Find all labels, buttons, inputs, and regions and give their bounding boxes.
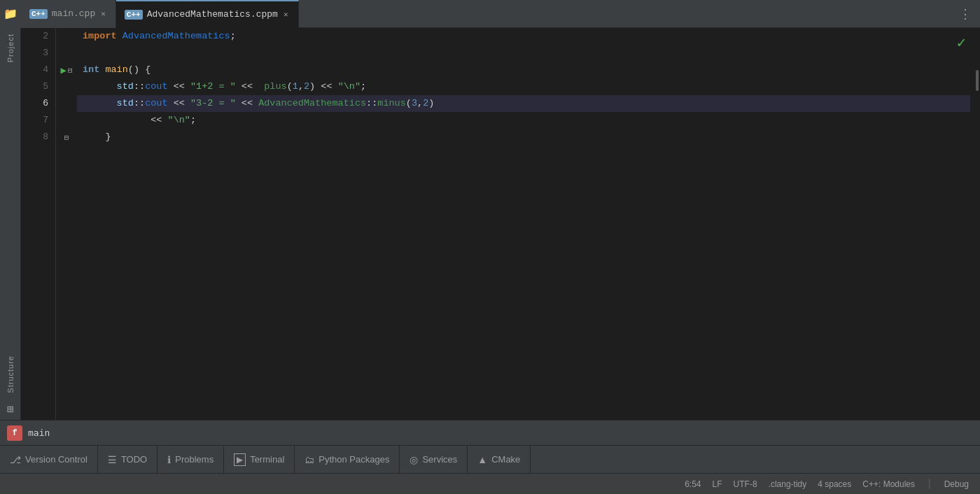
run-button[interactable]: ▶ <box>60 64 66 76</box>
gutter-2 <box>56 28 77 45</box>
tab-label-main-cpp: main.cpp <box>52 8 95 19</box>
status-bar: 6:54 LF UTF-8 .clang-tidy 4 spaces C++: … <box>0 473 980 494</box>
line-num-7: 7 <box>21 112 48 129</box>
line-num-4: 4 <box>21 62 48 78</box>
code-line-7: << "\n" ; <box>77 112 970 129</box>
function-icon: f <box>7 425 22 441</box>
code-line-2: import AdvancedMathematics ; <box>77 28 970 45</box>
gutter-5 <box>56 78 77 95</box>
line-num-2: 2 <box>21 28 48 45</box>
code-line-6: std :: cout << "3-2 = " << AdvancedMathe… <box>77 95 970 112</box>
advanced-math-namespace: AdvancedMathematics <box>258 95 366 112</box>
tab-cpp-icon-1: C++ <box>29 9 48 19</box>
code-line-4: int main () { <box>77 62 970 78</box>
num-3: 3 <box>412 95 417 112</box>
python-packages-icon: 🗂 <box>304 454 314 465</box>
keyword-int: int <box>83 62 99 78</box>
services-label: Services <box>422 454 457 465</box>
fn-minus: minus <box>377 95 406 112</box>
status-line-ending[interactable]: LF <box>713 479 722 489</box>
gutter-7 <box>56 112 77 129</box>
tab-cpp-icon-2: C++ <box>125 10 143 20</box>
num-2b: 2 <box>423 95 428 112</box>
version-control-icon: ⎇ <box>10 454 21 465</box>
code-line-8: } <box>77 129 970 146</box>
cmake-label: CMake <box>491 454 520 465</box>
status-language[interactable]: C++: Modules <box>862 479 915 489</box>
std-namespace-1: std <box>117 78 134 95</box>
editor-gutter: ▶ ⊟ ⊟ <box>56 28 77 420</box>
string-3minus2: "3-2 = " <box>190 95 236 112</box>
function-bar: f main <box>0 420 980 445</box>
todo-label: TODO <box>121 454 147 465</box>
problems-icon: ℹ <box>167 454 171 465</box>
version-control-label: Version Control <box>25 454 88 465</box>
todo-icon: ☰ <box>108 454 117 465</box>
fold-button-8[interactable]: ⊟ <box>64 133 69 142</box>
editor-scrollbar[interactable] <box>970 28 980 420</box>
module-name: AdvancedMathematics <box>122 28 230 45</box>
code-line-3 <box>77 45 970 62</box>
line-num-3: 3 <box>21 45 48 62</box>
line-num-8: 8 <box>21 129 48 146</box>
status-build[interactable]: Debug <box>944 479 969 489</box>
tab-close-main-cpp[interactable]: ✕ <box>99 8 107 20</box>
tab-advanced-math[interactable]: C++ AdvancedMathematics.cppm ✕ <box>116 0 299 28</box>
tab-label-advanced-math: AdvancedMathematics.cppm <box>147 9 278 20</box>
cout-2: cout <box>145 95 167 112</box>
status-position[interactable]: 6:54 <box>685 479 701 489</box>
left-sidebar: Project Structure ⊞ <box>0 28 21 420</box>
toolbar-terminal[interactable]: ▶ Terminal <box>224 446 295 474</box>
terminal-icon: ▶ <box>234 453 246 466</box>
gutter-3 <box>56 45 77 62</box>
tab-close-advanced-math[interactable]: ✕ <box>282 8 290 20</box>
tab-menu-button[interactable]: ⋮ <box>951 6 980 22</box>
cmake-icon: ▲ <box>477 454 487 465</box>
closing-brace: } <box>105 129 111 146</box>
tab-bar: 📁 C++ main.cpp ✕ C++ AdvancedMathematics… <box>0 0 980 28</box>
validation-checkmark: ✓ <box>957 34 966 52</box>
sidebar-grid-icon[interactable]: ⊞ <box>7 402 14 416</box>
toolbar-python-packages[interactable]: 🗂 Python Packages <box>295 446 400 474</box>
terminal-label: Terminal <box>250 454 284 465</box>
line-num-5: 5 <box>21 78 48 95</box>
num-2a: 2 <box>304 78 309 95</box>
left-sidebar-top-icon: 📁 <box>0 0 21 28</box>
cout-1: cout <box>145 78 167 95</box>
gutter-4[interactable]: ▶ ⊟ <box>56 62 77 78</box>
main-area: Project Structure ⊞ 2 3 4 5 6 7 8 ▶ ⊟ <box>0 28 980 420</box>
string-1plus2: "1+2 = " <box>190 78 236 95</box>
scrollbar-thumb[interactable] <box>976 70 979 91</box>
status-encoding[interactable]: UTF-8 <box>734 479 757 489</box>
line-numbers: 2 3 4 5 6 7 8 <box>21 28 56 420</box>
sidebar-label-structure[interactable]: Structure <box>6 350 15 399</box>
string-newline-2: "\n" <box>168 112 190 129</box>
tab-main-cpp[interactable]: C++ main.cpp ✕ <box>21 0 116 28</box>
toolbar-todo[interactable]: ☰ TODO <box>98 446 158 474</box>
toolbar-problems[interactable]: ℹ Problems <box>158 446 224 474</box>
status-separator: | <box>926 478 933 491</box>
string-newline-1: "\n" <box>338 78 360 95</box>
std-namespace-2: std <box>117 95 134 112</box>
line-num-6: 6 <box>21 95 48 112</box>
status-linter[interactable]: .clang-tidy <box>769 479 807 489</box>
code-line-5: std :: cout << "1+2 = " << plus ( 1 , 2 … <box>77 78 970 95</box>
code-content[interactable]: import AdvancedMathematics ; int main ()… <box>77 28 970 420</box>
problems-label: Problems <box>175 454 214 465</box>
folder-icon: 📁 <box>4 7 18 21</box>
function-name: main <box>28 428 50 438</box>
services-icon: ◎ <box>410 454 418 465</box>
editor-area: 2 3 4 5 6 7 8 ▶ ⊟ ⊟ im <box>21 28 980 420</box>
fn-main: main <box>105 62 127 78</box>
toolbar-services[interactable]: ◎ Services <box>400 446 468 474</box>
toolbar-version-control[interactable]: ⎇ Version Control <box>0 446 98 474</box>
tool-bar: ⎇ Version Control ☰ TODO ℹ Problems ▶ Te… <box>0 445 980 473</box>
fold-button-4[interactable]: ⊟ <box>68 66 73 75</box>
status-indent[interactable]: 4 spaces <box>818 479 851 489</box>
gutter-6 <box>56 95 77 112</box>
toolbar-cmake[interactable]: ▲ CMake <box>468 446 531 474</box>
python-packages-label: Python Packages <box>318 454 389 465</box>
sidebar-label-project[interactable]: Project <box>6 28 15 68</box>
gutter-8: ⊟ <box>56 129 77 146</box>
fn-plus: plus <box>264 78 286 95</box>
